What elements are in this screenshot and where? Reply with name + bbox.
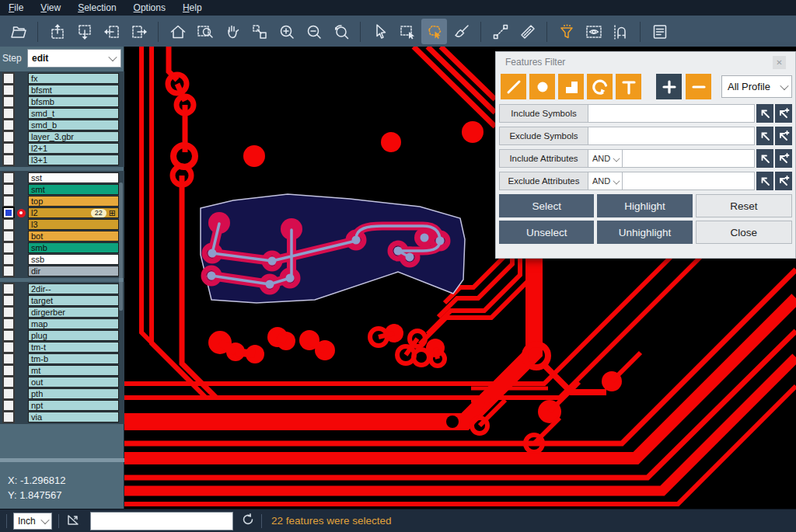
layer-row[interactable]: bfsmt [0,85,124,96]
layer-row[interactable]: l3 [0,219,124,230]
rectangle-select-button[interactable] [394,19,420,44]
pick-attribute-button[interactable] [756,172,773,190]
layer-visibility-checkbox[interactable] [2,195,15,207]
pan-right-button[interactable] [126,19,152,44]
layer-name-cell[interactable]: l3+1 [28,155,119,165]
zoom-home-button[interactable] [165,19,190,44]
exclude-attributes-button[interactable]: Exclude Attributes [499,172,588,190]
filter-lines-toggle[interactable] [501,74,526,99]
select-tool-button[interactable] [367,19,393,44]
layer-row[interactable]: bfsmb [0,96,124,107]
layer-row[interactable]: tm-t [0,342,124,353]
layer-name-cell[interactable]: plug [28,330,119,341]
zoom-selection-button[interactable] [246,19,272,44]
layer-name-cell[interactable]: tm-t [28,342,119,353]
unselect-button[interactable]: Unselect [499,221,594,244]
layer-visibility-checkbox[interactable] [2,96,15,108]
dialog-titlebar[interactable]: Features Filter ✕ [496,52,795,72]
layer-context-cell[interactable] [16,400,26,411]
profile-select[interactable]: All Profile [721,75,792,98]
layer-context-cell[interactable] [16,388,26,399]
menu-item[interactable]: Help [174,0,211,16]
layer-visibility-checkbox[interactable] [2,84,15,96]
layer-name-cell[interactable]: smt [28,184,119,195]
layer-name-cell[interactable]: l2+1 [28,143,119,154]
layer-row[interactable]: mt [0,365,124,376]
layer-visibility-checkbox[interactable] [2,364,15,377]
layer-visibility-checkbox[interactable] [2,72,15,85]
layer-visibility-checkbox[interactable] [2,294,15,307]
layer-visibility-checkbox[interactable] [2,388,15,400]
filter-text-toggle[interactable] [616,74,641,99]
layer-row[interactable]: smb [0,242,124,253]
layer-name-cell[interactable]: sst [28,172,119,183]
layer-context-cell[interactable] [16,85,26,96]
pan-down-button[interactable] [72,19,97,44]
pan-left-button[interactable] [99,19,124,44]
pick-symbol-add-button[interactable] [775,127,792,145]
filter-pads-toggle[interactable] [529,74,555,99]
layer-context-cell[interactable] [16,295,26,306]
include-attributes-input[interactable] [623,149,755,168]
layer-row[interactable]: sst [0,172,124,183]
layer-row[interactable]: dirgerber [0,307,124,318]
pick-symbol-button[interactable] [756,127,773,145]
layer-context-cell[interactable] [16,318,26,329]
pick-symbol-add-button[interactable] [775,104,792,123]
polygon-select-button[interactable] [421,19,447,44]
layer-context-cell[interactable] [16,266,26,276]
layer-name-cell[interactable]: mt [28,365,119,376]
layer-visibility-checkbox[interactable] [2,353,15,365]
layer-row[interactable]: npt [0,400,124,411]
layer-name-cell[interactable]: fx [28,73,119,84]
layer-visibility-checkbox[interactable] [2,376,15,388]
layer-visibility-checkbox[interactable] [2,411,15,423]
zoom-out-button[interactable] [301,19,326,44]
layer-context-cell[interactable] [16,219,26,230]
zoom-window-button[interactable] [192,19,218,44]
layer-visibility-checkbox[interactable] [2,107,15,120]
open-file-button[interactable] [5,19,31,44]
measure-mode-button[interactable] [65,512,81,530]
layer-name-cell[interactable]: out [28,377,119,388]
reset-button[interactable]: Reset [696,194,792,217]
zoom-previous-button[interactable] [328,19,354,44]
layer-context-cell[interactable] [16,242,26,253]
units-select[interactable]: Inch [13,513,52,530]
layer-context-cell[interactable] [16,342,26,353]
pick-symbol-button[interactable] [756,104,773,123]
layer-name-cell[interactable]: via [28,412,119,422]
layer-visibility-checkbox[interactable] [2,306,15,318]
layer-row[interactable]: layer_3.gbr [0,131,124,142]
layer-visibility-checkbox[interactable] [2,154,15,166]
layer-name-cell[interactable]: ssb [28,254,119,265]
layer-visibility-checkbox[interactable] [2,130,15,143]
layer-name-cell[interactable]: map [28,318,119,329]
layer-name-cell[interactable]: npt [28,400,119,411]
layer-context-cell[interactable] [16,365,26,376]
close-button[interactable]: Close [696,221,792,244]
layer-name-cell[interactable]: l2 22 ⊞ [28,207,119,218]
highlight-button[interactable]: Highlight [597,194,692,217]
layer-context-cell[interactable] [16,131,26,142]
view-options-button[interactable] [581,19,606,44]
command-input[interactable] [90,512,233,530]
pan-hand-button[interactable] [219,19,245,44]
layer-visibility-checkbox[interactable] [2,329,15,342]
layer-context-cell[interactable] [16,254,26,265]
layer-name-cell[interactable]: target [28,295,119,306]
exclude-attributes-logic-select[interactable]: AND [588,172,623,190]
menu-item[interactable]: Selection [69,0,124,16]
layer-visibility-checkbox[interactable] [2,142,15,155]
layer-context-cell[interactable] [16,120,26,130]
layer-context-cell[interactable] [16,184,26,195]
exclude-symbols-input[interactable] [588,127,755,145]
layer-row[interactable]: map [0,318,124,329]
layer-context-cell[interactable] [16,143,26,154]
pick-attribute-add-button[interactable] [775,149,792,168]
layer-row[interactable]: ssb [0,254,124,265]
layer-context-cell[interactable] [16,330,26,341]
layer-name-cell[interactable]: bfsmb [28,96,119,107]
exclude-attributes-input[interactable] [623,172,755,190]
layer-name-cell[interactable]: smb [28,242,119,253]
